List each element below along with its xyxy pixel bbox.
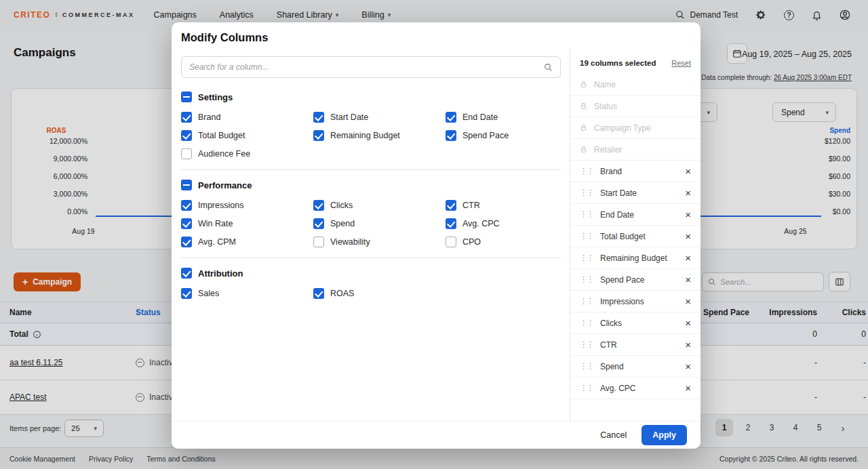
remove-column-icon[interactable]: × — [685, 231, 691, 241]
section-attribution: AttributionSalesROAS — [181, 265, 561, 300]
column-toggle-impressions[interactable]: Impressions — [181, 199, 313, 211]
apply-button[interactable]: Apply — [642, 425, 687, 445]
section-title: Settings — [198, 92, 233, 102]
checkbox[interactable] — [446, 218, 456, 229]
selected-column-label: Spend — [600, 362, 624, 371]
selected-column-label: Avg. CPC — [600, 384, 635, 393]
column-label: Avg. CPC — [462, 219, 500, 228]
drag-handle-icon[interactable]: ⋮⋮ — [580, 232, 593, 241]
reset-link[interactable]: Reset — [671, 59, 691, 67]
drag-handle-icon[interactable]: ⋮⋮ — [580, 275, 593, 284]
checkbox[interactable] — [181, 148, 192, 159]
column-toggle-cpo[interactable]: CPO — [446, 235, 561, 248]
column-toggle-clicks[interactable]: Clicks — [313, 199, 446, 211]
section-divider — [181, 169, 561, 170]
drag-handle-icon[interactable]: ⋮⋮ — [580, 167, 593, 176]
drag-handle-icon[interactable]: ⋮⋮ — [580, 340, 593, 349]
drag-handle-icon[interactable]: ⋮⋮ — [580, 253, 593, 262]
checkbox[interactable] — [181, 130, 192, 141]
selected-column-label: Clicks — [600, 319, 622, 328]
remove-column-icon[interactable]: × — [685, 274, 691, 285]
remove-column-icon[interactable]: × — [685, 340, 691, 350]
search-icon — [544, 63, 553, 72]
column-label: Win Rate — [198, 219, 233, 228]
drag-handle-icon[interactable]: ⋮⋮ — [580, 384, 593, 392]
selected-column-spend-pace[interactable]: ⋮⋮Spend Pace× — [570, 269, 701, 291]
checkbox[interactable] — [313, 237, 324, 247]
section-settings: SettingsBrandStart DateEnd DateTotal Bud… — [181, 89, 561, 160]
column-toggle-audience-fee[interactable]: Audience Fee — [181, 147, 313, 160]
selected-count: 19 columns selected — [580, 59, 656, 67]
remove-column-icon[interactable]: × — [685, 166, 691, 176]
selected-column-label: CTR — [600, 340, 617, 350]
column-toggle-total-budget[interactable]: Total Budget — [181, 129, 313, 142]
column-toggle-avg-cpc[interactable]: Avg. CPC — [446, 217, 561, 230]
selected-column-brand[interactable]: ⋮⋮Brand× — [570, 161, 701, 182]
drag-handle-icon[interactable]: ⋮⋮ — [580, 297, 593, 306]
section-checkbox-settings[interactable] — [181, 91, 192, 102]
checkbox[interactable] — [181, 200, 192, 211]
selected-columns-header: 19 columns selected Reset — [570, 49, 701, 74]
column-toggle-win-rate[interactable]: Win Rate — [181, 217, 313, 230]
section-title: Performance — [198, 180, 252, 190]
checkbox[interactable] — [181, 218, 192, 229]
column-search — [181, 56, 561, 78]
checkbox[interactable] — [181, 112, 192, 123]
remove-column-icon[interactable]: × — [685, 209, 691, 220]
column-toggle-avg-cpm[interactable]: Avg. CPM — [181, 235, 313, 248]
column-toggle-ctr[interactable]: CTR — [446, 199, 561, 211]
locked-column-label: Status — [594, 102, 617, 111]
selected-column-total-budget[interactable]: ⋮⋮Total Budget× — [570, 226, 701, 247]
selected-column-end-date[interactable]: ⋮⋮End Date× — [570, 204, 701, 226]
checkbox[interactable] — [181, 237, 192, 247]
section-header-performance: Performance — [181, 177, 561, 193]
column-toggle-remaining-budget[interactable]: Remaining Budget — [313, 129, 446, 142]
checkbox[interactable] — [446, 112, 456, 123]
modal-title: Modify Columns — [181, 31, 268, 44]
selected-column-avg-cpc[interactable]: ⋮⋮Avg. CPC× — [570, 378, 701, 399]
remove-column-icon[interactable]: × — [685, 188, 691, 198]
column-toggle-brand[interactable]: Brand — [181, 110, 313, 123]
selected-column-remaining-budget[interactable]: ⋮⋮Remaining Budget× — [570, 247, 701, 269]
remove-column-icon[interactable]: × — [685, 318, 691, 328]
checkbox[interactable] — [313, 288, 324, 299]
remove-column-icon[interactable]: × — [685, 361, 691, 371]
column-toggle-spend-pace[interactable]: Spend Pace — [446, 129, 561, 142]
remove-column-icon[interactable]: × — [685, 296, 691, 306]
checkbox[interactable] — [313, 200, 324, 211]
section-checkbox-performance[interactable] — [181, 180, 192, 190]
cancel-button[interactable]: Cancel — [600, 430, 627, 440]
column-toggle-end-date[interactable]: End Date — [446, 110, 561, 123]
checkbox[interactable] — [313, 130, 324, 141]
selected-column-impressions[interactable]: ⋮⋮Impressions× — [570, 291, 701, 312]
checkbox[interactable] — [181, 288, 192, 299]
selected-column-spend[interactable]: ⋮⋮Spend× — [570, 356, 701, 378]
column-toggle-spend[interactable]: Spend — [313, 217, 446, 230]
checkbox[interactable] — [446, 130, 456, 141]
section-checkbox-attribution[interactable] — [181, 268, 192, 279]
column-toggle-sales[interactable]: Sales — [181, 287, 313, 300]
section-items: ImpressionsClicksCTRWin RateSpendAvg. CP… — [181, 199, 561, 248]
lock-icon — [580, 124, 587, 131]
column-toggle-start-date[interactable]: Start Date — [313, 110, 446, 123]
selected-column-clicks[interactable]: ⋮⋮Clicks× — [570, 312, 701, 334]
drag-handle-icon[interactable]: ⋮⋮ — [580, 210, 593, 219]
drag-handle-icon[interactable]: ⋮⋮ — [580, 319, 593, 327]
column-toggle-viewability[interactable]: Viewability — [313, 235, 446, 248]
drag-handle-icon[interactable]: ⋮⋮ — [580, 188, 593, 197]
checkbox[interactable] — [446, 200, 456, 211]
selected-column-ctr[interactable]: ⋮⋮CTR× — [570, 334, 701, 356]
drag-handle-icon[interactable]: ⋮⋮ — [580, 362, 593, 371]
lock-icon — [580, 146, 587, 153]
lock-icon — [580, 102, 587, 110]
selected-column-start-date[interactable]: ⋮⋮Start Date× — [570, 182, 701, 204]
locked-column-campaign-type: Campaign Type — [570, 117, 701, 139]
column-toggle-roas[interactable]: ROAS — [313, 287, 446, 300]
remove-column-icon[interactable]: × — [685, 253, 691, 263]
locked-column-label: Name — [594, 80, 616, 89]
remove-column-icon[interactable]: × — [685, 383, 691, 393]
checkbox[interactable] — [313, 112, 324, 123]
column-search-input[interactable] — [189, 62, 544, 72]
checkbox[interactable] — [446, 237, 456, 247]
checkbox[interactable] — [313, 218, 324, 229]
